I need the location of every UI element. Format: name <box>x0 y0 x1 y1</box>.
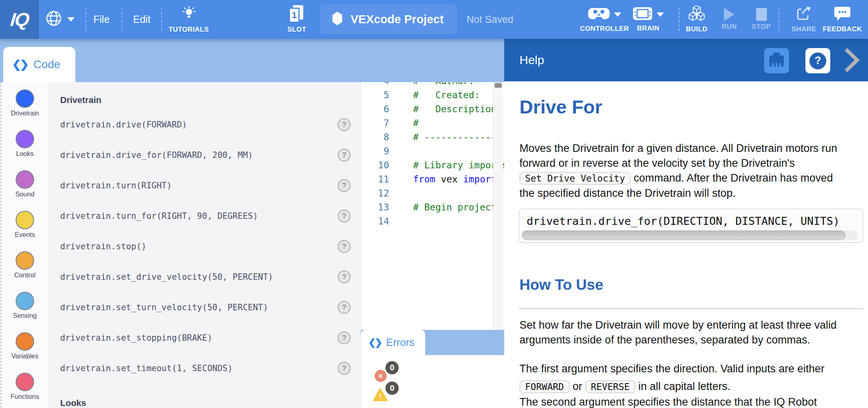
command-help-button[interactable]: ? <box>338 271 351 283</box>
category-circle-icon <box>16 292 34 310</box>
command-text: drivetrain.set_turn_velocity(50, PERCENT… <box>60 303 268 312</box>
share-icon <box>795 6 812 23</box>
command-row[interactable]: drivetrain.drive_for(FORWARD, 200, MM)? <box>48 140 361 170</box>
category-label: Sound <box>15 190 34 198</box>
command-text: drivetrain.set_stopping(BRAKE) <box>60 333 212 343</box>
editor-line: 11from vex import <box>361 172 497 186</box>
command-row[interactable]: drivetrain.turn(RIGHT)? <box>48 170 361 201</box>
line-code: # Created: <box>413 90 480 100</box>
category-circle-icon <box>16 130 34 148</box>
editor-scrollbar-thumb[interactable] <box>495 83 502 88</box>
run-icon <box>724 8 734 21</box>
command-row[interactable]: drivetrain.stop()? <box>48 231 361 262</box>
code-editor-panel: 4# Author:5# Created:6# Description:7#8#… <box>361 82 504 408</box>
paragraph-text: or <box>570 380 585 392</box>
slot-number: 1 <box>292 10 296 20</box>
feedback-button[interactable]: FEEDBACK <box>821 0 863 39</box>
collapse-help-button[interactable] <box>843 47 860 75</box>
code-tab-label: Code <box>33 58 60 71</box>
command-row[interactable]: drivetrain.set_turn_velocity(50, PERCENT… <box>48 292 361 323</box>
code-brackets-icon: ❮❯ <box>368 337 381 348</box>
slot-button[interactable]: 1 SLOT <box>281 0 313 39</box>
snippet-scrollbar[interactable] <box>522 230 858 240</box>
toolbar-divider <box>85 8 86 31</box>
command-help-button[interactable]: ? <box>338 301 351 314</box>
edit-menu[interactable]: Edit <box>133 0 150 39</box>
command-row[interactable]: drivetrain.set_timeout(1, SECONDS)? <box>48 353 361 384</box>
category-functions[interactable]: Functions <box>2 373 48 408</box>
language-menu[interactable] <box>45 0 75 39</box>
command-help-button[interactable]: ? <box>338 331 351 344</box>
code-brackets-icon: ❮❯ <box>12 58 28 71</box>
line-number: 11 <box>361 172 389 186</box>
category-looks[interactable]: Looks <box>2 130 48 170</box>
command-row[interactable]: drivetrain.set_drive_velocity(50, PERCEN… <box>48 262 361 292</box>
command-help-button[interactable]: ? <box>338 362 351 375</box>
command-row[interactable]: drivetrain.set_stopping(BRAKE)? <box>48 323 361 353</box>
paragraph-text: Set how far the Drivetrain will move by … <box>519 319 837 346</box>
category-sensing[interactable]: Sensing <box>2 292 48 332</box>
iq-logo-text: IQ <box>9 8 30 30</box>
command-help-button[interactable]: ? <box>338 118 351 131</box>
file-menu[interactable]: File <box>93 0 110 39</box>
editor-line: 5# Created: <box>361 88 497 102</box>
command-help-button[interactable]: ? <box>338 149 351 162</box>
command-row[interactable]: drivetrain.drive(FORWARD)? <box>48 109 361 140</box>
help-question-button[interactable]: ? <box>805 48 830 73</box>
vexcode-iq-app: IQ File Edit <box>0 0 868 408</box>
code-snippet-box: drivetrain.drive_for(DIRECTION, DISTANCE… <box>519 208 863 243</box>
category-sound[interactable]: Sound <box>2 170 48 211</box>
paragraph-text: Moves the Drivetrain for a given distanc… <box>519 142 837 169</box>
category-circle-icon <box>16 89 34 108</box>
help-paragraph: Set how far the Drivetrain will move by … <box>519 318 850 347</box>
brain-port-icon <box>769 51 784 69</box>
error-icon: ✕ <box>375 370 387 382</box>
project-title: VEXcode Project <box>351 13 444 26</box>
snippet-scrollbar-thumb[interactable] <box>522 230 846 240</box>
category-events[interactable]: Events <box>2 211 48 251</box>
editor-scrollbar[interactable] <box>493 82 503 330</box>
category-variables[interactable]: Variables <box>2 332 48 373</box>
code-token: vex <box>435 174 463 184</box>
brain-button[interactable]: BRAIN <box>630 0 667 39</box>
command-help-button[interactable]: ? <box>338 179 351 192</box>
slot-label: SLOT <box>288 26 306 34</box>
run-button[interactable]: RUN <box>715 0 743 39</box>
line-code: from vex import <box>413 174 497 184</box>
help-paragraph: The first argument specifies the directi… <box>519 360 850 396</box>
editor-line: 4# Author: <box>361 82 497 88</box>
command-help-button[interactable]: ? <box>338 210 351 222</box>
slot-icon: 1 <box>289 5 305 24</box>
category-drivetrain[interactable]: Drivetrain <box>2 89 48 130</box>
line-code: # <box>413 118 419 128</box>
tab-code[interactable]: ❮❯ Code <box>3 47 75 82</box>
toolbar-divider <box>679 8 679 31</box>
share-button[interactable]: SHARE <box>785 0 822 39</box>
line-code: # Description: <box>413 104 502 114</box>
toolbar-divider <box>779 8 779 31</box>
line-number: 5 <box>361 88 389 102</box>
tab-errors[interactable]: ❮❯ Errors <box>361 330 425 355</box>
command-help-button[interactable]: ? <box>338 240 351 253</box>
editor-line: 6# Description: <box>361 102 497 116</box>
command-row[interactable]: drivetrain.turn_for(RIGHT, 90, DEGREES)? <box>48 201 361 231</box>
controller-button[interactable]: CONTROLLER <box>582 0 627 39</box>
help-panel: Help ? Drive For Moves th <box>504 39 868 408</box>
project-name-button[interactable]: VEXcode Project <box>320 4 457 34</box>
tutorials-button[interactable]: TUTORIALS <box>166 0 212 39</box>
code-token: # <box>413 118 419 128</box>
brain-port-button[interactable] <box>764 48 789 73</box>
code-editor[interactable]: 4# Author:5# Created:6# Description:7#8#… <box>361 82 504 330</box>
help-paragraph: The second argument specifies the distan… <box>519 395 850 408</box>
category-control[interactable]: Control <box>2 251 48 292</box>
error-count-badge: 0 <box>385 361 399 374</box>
code-token: import <box>463 174 497 184</box>
category-label: Sensing <box>13 312 37 319</box>
line-code: # Begin project <box>413 202 497 212</box>
command-text: drivetrain.turn(RIGHT) <box>60 181 172 190</box>
stop-button[interactable]: STOP <box>747 0 776 39</box>
feedback-icon <box>834 6 851 23</box>
line-code: # Library imports <box>413 160 504 170</box>
inline-code-chip: REVERSE <box>585 380 635 393</box>
build-button[interactable]: BUILD <box>681 0 713 39</box>
